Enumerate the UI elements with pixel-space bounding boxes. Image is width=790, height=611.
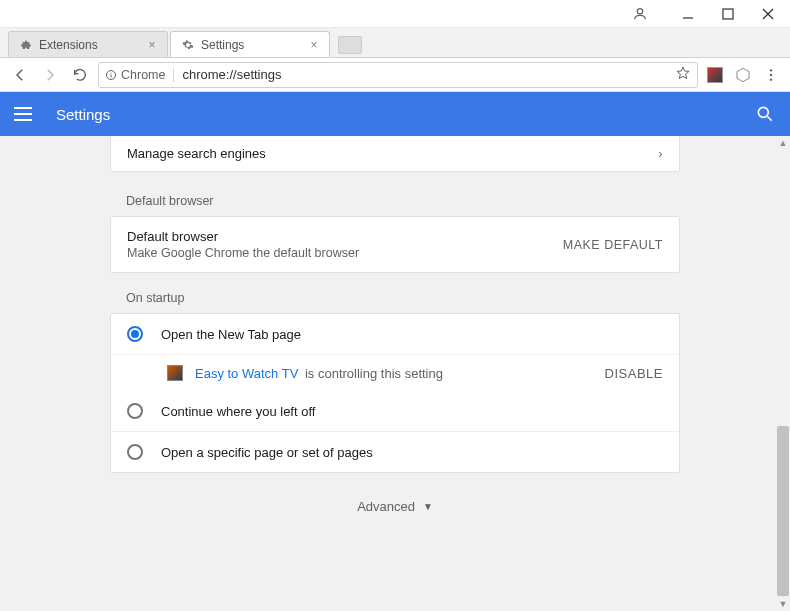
menu-icon[interactable] <box>760 64 782 86</box>
forward-button[interactable] <box>38 63 62 87</box>
scroll-down-icon[interactable]: ▼ <box>776 597 790 611</box>
window-titlebar <box>0 0 790 28</box>
svg-rect-2 <box>723 9 733 19</box>
make-default-button[interactable]: MAKE DEFAULT <box>563 238 663 252</box>
close-icon[interactable]: × <box>145 38 159 52</box>
extension-link[interactable]: Easy to Watch TV <box>195 366 298 381</box>
default-browser-row: Default browser Make Google Chrome the d… <box>111 217 679 272</box>
svg-point-11 <box>758 107 768 117</box>
hamburger-icon[interactable] <box>14 102 38 126</box>
controlled-by-extension-row: Easy to Watch TV is controlling this set… <box>111 354 679 391</box>
scrollbar[interactable]: ▲ ▼ <box>776 136 790 611</box>
advanced-toggle[interactable]: Advanced ▼ <box>110 499 680 514</box>
row-title: Default browser <box>127 229 359 244</box>
advanced-label: Advanced <box>357 499 415 514</box>
section-label-default-browser: Default browser <box>126 194 680 208</box>
settings-viewport: Manage search engines › Default browser … <box>0 136 790 611</box>
scroll-up-icon[interactable]: ▲ <box>776 136 790 150</box>
svg-line-12 <box>768 117 772 121</box>
toolbar: Chrome chrome://settings <box>0 58 790 92</box>
option-label: Open a specific page or set of pages <box>161 445 373 460</box>
svg-rect-7 <box>111 74 112 77</box>
extension-favicon <box>167 365 183 381</box>
search-engine-card: Manage search engines › <box>110 136 680 172</box>
page-title: Settings <box>56 106 110 123</box>
disable-button[interactable]: DISABLE <box>605 366 663 381</box>
search-icon[interactable] <box>754 103 776 125</box>
radio-icon[interactable] <box>127 444 143 460</box>
maximize-button[interactable] <box>710 1 746 27</box>
tab-strip: Extensions × Settings × <box>0 28 790 58</box>
omnibox-origin-chip: Chrome <box>105 68 174 82</box>
scrollbar-thumb[interactable] <box>777 426 789 596</box>
section-label-on-startup: On startup <box>126 291 680 305</box>
default-browser-card: Default browser Make Google Chrome the d… <box>110 216 680 273</box>
minimize-button[interactable] <box>670 1 706 27</box>
tab-title: Extensions <box>39 38 145 52</box>
chevron-right-icon: › <box>658 147 663 161</box>
option-label: Continue where you left off <box>161 404 315 419</box>
abp-icon[interactable] <box>732 64 754 86</box>
radio-selected-icon[interactable] <box>127 326 143 342</box>
tab-settings[interactable]: Settings × <box>170 31 330 57</box>
star-icon[interactable] <box>675 65 691 84</box>
new-tab-button[interactable] <box>338 36 362 54</box>
omnibox-url: chrome://settings <box>182 67 281 82</box>
on-startup-card: Open the New Tab page Easy to Watch TV i… <box>110 313 680 473</box>
option-label: Open the New Tab page <box>161 327 301 342</box>
extension-icon[interactable] <box>704 64 726 86</box>
settings-header: Settings <box>0 92 790 136</box>
row-subtitle: Make Google Chrome the default browser <box>127 246 359 260</box>
svg-point-9 <box>770 73 772 75</box>
svg-point-0 <box>637 8 642 13</box>
reload-button[interactable] <box>68 63 92 87</box>
gear-icon <box>181 38 195 52</box>
back-button[interactable] <box>8 63 32 87</box>
close-button[interactable] <box>750 1 786 27</box>
tab-title: Settings <box>201 38 307 52</box>
radio-icon[interactable] <box>127 403 143 419</box>
startup-option-specific-pages[interactable]: Open a specific page or set of pages <box>111 431 679 472</box>
puzzle-icon <box>19 38 33 52</box>
info-icon <box>105 69 117 81</box>
manage-search-engines-row[interactable]: Manage search engines › <box>111 136 679 171</box>
tab-extensions[interactable]: Extensions × <box>8 31 168 57</box>
startup-option-new-tab[interactable]: Open the New Tab page <box>111 314 679 354</box>
row-label: Manage search engines <box>127 146 266 161</box>
startup-option-continue[interactable]: Continue where you left off <box>111 391 679 431</box>
svg-point-10 <box>770 78 772 80</box>
chevron-down-icon: ▼ <box>423 501 433 512</box>
omnibox[interactable]: Chrome chrome://settings <box>98 62 698 88</box>
omnibox-chip-label: Chrome <box>121 68 165 82</box>
svg-point-8 <box>770 69 772 71</box>
controlled-suffix: is controlling this setting <box>301 366 443 381</box>
svg-point-6 <box>110 72 111 73</box>
account-icon[interactable] <box>622 1 658 27</box>
close-icon[interactable]: × <box>307 38 321 52</box>
